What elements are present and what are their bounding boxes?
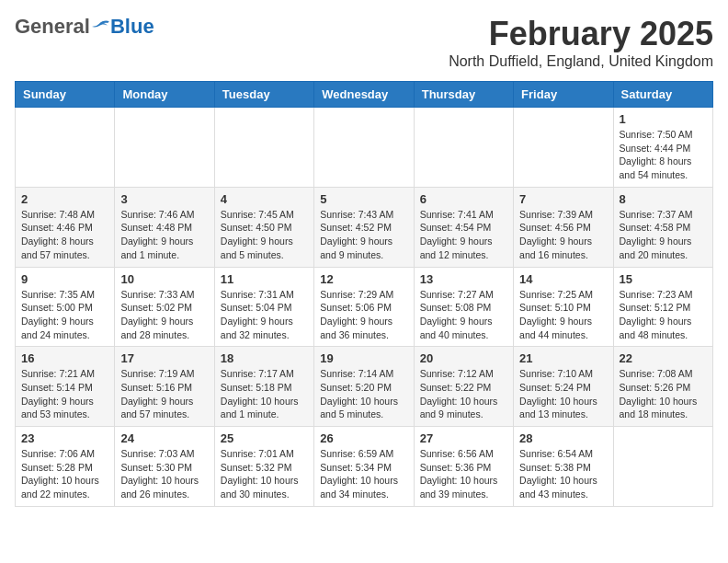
- day-info: Sunrise: 7:03 AM Sunset: 5:30 PM Dayligh…: [120, 447, 208, 501]
- day-info: Sunrise: 7:14 AM Sunset: 5:20 PM Dayligh…: [320, 367, 407, 421]
- logo-general-text: General: [15, 15, 90, 39]
- table-cell: 7Sunrise: 7:39 AM Sunset: 4:56 PM Daylig…: [514, 187, 613, 267]
- table-cell: 9Sunrise: 7:35 AM Sunset: 5:00 PM Daylig…: [16, 267, 115, 347]
- table-cell: [115, 108, 214, 188]
- day-info: Sunrise: 7:06 AM Sunset: 5:28 PM Dayligh…: [21, 447, 108, 501]
- calendar-week-4: 16Sunrise: 7:21 AM Sunset: 5:14 PM Dayli…: [16, 347, 713, 427]
- day-number: 26: [320, 431, 407, 445]
- day-number: 19: [320, 351, 407, 365]
- day-info: Sunrise: 7:29 AM Sunset: 5:06 PM Dayligh…: [320, 288, 407, 342]
- table-cell: [514, 108, 613, 188]
- day-number: 27: [420, 431, 507, 445]
- page-header: General Blue February 2025 North Duffiel…: [15, 15, 713, 70]
- table-cell: 17Sunrise: 7:19 AM Sunset: 5:16 PM Dayli…: [115, 347, 214, 427]
- table-cell: 1Sunrise: 7:50 AM Sunset: 4:44 PM Daylig…: [613, 108, 712, 188]
- day-info: Sunrise: 7:50 AM Sunset: 4:44 PM Dayligh…: [620, 128, 707, 182]
- day-number: 16: [21, 351, 108, 365]
- day-info: Sunrise: 7:31 AM Sunset: 5:04 PM Dayligh…: [221, 288, 308, 342]
- day-info: Sunrise: 7:21 AM Sunset: 5:14 PM Dayligh…: [21, 367, 108, 421]
- logo-bird-icon: [92, 18, 110, 35]
- day-info: Sunrise: 7:45 AM Sunset: 4:50 PM Dayligh…: [221, 208, 308, 262]
- table-cell: 28Sunrise: 6:54 AM Sunset: 5:38 PM Dayli…: [514, 427, 613, 507]
- day-number: 5: [320, 192, 407, 206]
- calendar-header-row: Sunday Monday Tuesday Wednesday Thursday…: [16, 82, 713, 108]
- day-info: Sunrise: 7:27 AM Sunset: 5:08 PM Dayligh…: [420, 288, 507, 342]
- day-info: Sunrise: 7:08 AM Sunset: 5:26 PM Dayligh…: [620, 367, 707, 421]
- table-cell: 5Sunrise: 7:43 AM Sunset: 4:52 PM Daylig…: [314, 187, 414, 267]
- table-cell: 23Sunrise: 7:06 AM Sunset: 5:28 PM Dayli…: [16, 427, 115, 507]
- header-saturday: Saturday: [613, 82, 712, 108]
- header-monday: Monday: [115, 82, 214, 108]
- logo: General Blue: [15, 15, 154, 39]
- table-cell: 20Sunrise: 7:12 AM Sunset: 5:22 PM Dayli…: [414, 347, 513, 427]
- day-number: 20: [420, 351, 507, 365]
- table-cell: 24Sunrise: 7:03 AM Sunset: 5:30 PM Dayli…: [115, 427, 214, 507]
- table-cell: 10Sunrise: 7:33 AM Sunset: 5:02 PM Dayli…: [115, 267, 214, 347]
- day-number: 15: [620, 272, 707, 286]
- table-cell: [16, 108, 115, 188]
- table-cell: 27Sunrise: 6:56 AM Sunset: 5:36 PM Dayli…: [414, 427, 513, 507]
- header-wednesday: Wednesday: [314, 82, 414, 108]
- table-cell: 14Sunrise: 7:25 AM Sunset: 5:10 PM Dayli…: [514, 267, 613, 347]
- day-number: 14: [519, 272, 607, 286]
- table-cell: [414, 108, 513, 188]
- day-info: Sunrise: 7:41 AM Sunset: 4:54 PM Dayligh…: [420, 208, 507, 262]
- day-info: Sunrise: 7:35 AM Sunset: 5:00 PM Dayligh…: [21, 288, 108, 342]
- calendar-week-3: 9Sunrise: 7:35 AM Sunset: 5:00 PM Daylig…: [16, 267, 713, 347]
- day-info: Sunrise: 7:12 AM Sunset: 5:22 PM Dayligh…: [420, 367, 507, 421]
- day-info: Sunrise: 7:19 AM Sunset: 5:16 PM Dayligh…: [120, 367, 208, 421]
- day-info: Sunrise: 7:25 AM Sunset: 5:10 PM Dayligh…: [519, 288, 607, 342]
- table-cell: 15Sunrise: 7:23 AM Sunset: 5:12 PM Dayli…: [613, 267, 712, 347]
- day-number: 21: [519, 351, 607, 365]
- table-cell: 2Sunrise: 7:48 AM Sunset: 4:46 PM Daylig…: [16, 187, 115, 267]
- day-info: Sunrise: 7:17 AM Sunset: 5:18 PM Dayligh…: [221, 367, 308, 421]
- day-number: 23: [21, 431, 108, 445]
- calendar-week-1: 1Sunrise: 7:50 AM Sunset: 4:44 PM Daylig…: [16, 108, 713, 188]
- calendar-table: Sunday Monday Tuesday Wednesday Thursday…: [15, 81, 713, 507]
- table-cell: 11Sunrise: 7:31 AM Sunset: 5:04 PM Dayli…: [214, 267, 313, 347]
- location-title: North Duffield, England, United Kingdom: [449, 53, 713, 70]
- day-info: Sunrise: 7:37 AM Sunset: 4:58 PM Dayligh…: [620, 208, 707, 262]
- table-cell: 25Sunrise: 7:01 AM Sunset: 5:32 PM Dayli…: [214, 427, 313, 507]
- table-cell: 16Sunrise: 7:21 AM Sunset: 5:14 PM Dayli…: [16, 347, 115, 427]
- day-info: Sunrise: 7:48 AM Sunset: 4:46 PM Dayligh…: [21, 208, 108, 262]
- table-cell: 3Sunrise: 7:46 AM Sunset: 4:48 PM Daylig…: [115, 187, 214, 267]
- day-number: 8: [620, 192, 707, 206]
- table-cell: 13Sunrise: 7:27 AM Sunset: 5:08 PM Dayli…: [414, 267, 513, 347]
- day-number: 24: [120, 431, 208, 445]
- table-cell: [214, 108, 313, 188]
- day-number: 11: [221, 272, 308, 286]
- table-cell: 19Sunrise: 7:14 AM Sunset: 5:20 PM Dayli…: [314, 347, 414, 427]
- table-cell: [613, 427, 712, 507]
- day-number: 18: [221, 351, 308, 365]
- day-number: 9: [21, 272, 108, 286]
- month-title: February 2025: [449, 15, 713, 53]
- table-cell: 22Sunrise: 7:08 AM Sunset: 5:26 PM Dayli…: [613, 347, 712, 427]
- table-cell: 12Sunrise: 7:29 AM Sunset: 5:06 PM Dayli…: [314, 267, 414, 347]
- day-info: Sunrise: 7:33 AM Sunset: 5:02 PM Dayligh…: [120, 288, 208, 342]
- day-number: 2: [21, 192, 108, 206]
- day-number: 12: [320, 272, 407, 286]
- header-tuesday: Tuesday: [214, 82, 313, 108]
- day-number: 1: [620, 112, 707, 126]
- calendar-week-2: 2Sunrise: 7:48 AM Sunset: 4:46 PM Daylig…: [16, 187, 713, 267]
- day-info: Sunrise: 7:01 AM Sunset: 5:32 PM Dayligh…: [221, 447, 308, 501]
- day-number: 10: [120, 272, 208, 286]
- table-cell: [314, 108, 414, 188]
- day-info: Sunrise: 7:43 AM Sunset: 4:52 PM Dayligh…: [320, 208, 407, 262]
- day-number: 6: [420, 192, 507, 206]
- day-number: 13: [420, 272, 507, 286]
- day-number: 7: [519, 192, 607, 206]
- table-cell: 6Sunrise: 7:41 AM Sunset: 4:54 PM Daylig…: [414, 187, 513, 267]
- day-info: Sunrise: 6:56 AM Sunset: 5:36 PM Dayligh…: [420, 447, 507, 501]
- header-friday: Friday: [514, 82, 613, 108]
- day-info: Sunrise: 7:10 AM Sunset: 5:24 PM Dayligh…: [519, 367, 607, 421]
- logo-blue-text: Blue: [110, 15, 154, 39]
- table-cell: 26Sunrise: 6:59 AM Sunset: 5:34 PM Dayli…: [314, 427, 414, 507]
- day-info: Sunrise: 6:59 AM Sunset: 5:34 PM Dayligh…: [320, 447, 407, 501]
- table-cell: 18Sunrise: 7:17 AM Sunset: 5:18 PM Dayli…: [214, 347, 313, 427]
- header-sunday: Sunday: [16, 82, 115, 108]
- day-info: Sunrise: 7:39 AM Sunset: 4:56 PM Dayligh…: [519, 208, 607, 262]
- day-number: 17: [120, 351, 208, 365]
- table-cell: 21Sunrise: 7:10 AM Sunset: 5:24 PM Dayli…: [514, 347, 613, 427]
